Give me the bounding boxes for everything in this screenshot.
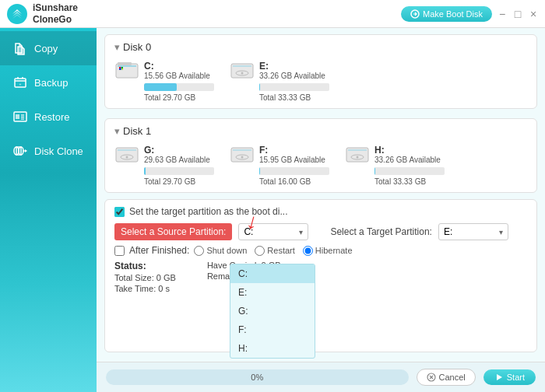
svg-rect-23 xyxy=(119,68,121,70)
svg-rect-22 xyxy=(121,67,123,68)
sidebar-disk-clone-label: Disk Clone xyxy=(34,145,83,157)
boot-icon xyxy=(410,9,420,19)
target-dropdown[interactable]: E: ▾ xyxy=(438,223,508,240)
sidebar-item-copy[interactable]: Copy xyxy=(0,31,97,65)
drive-e-available: 33.26 GB Available xyxy=(259,72,325,80)
source-partition-label: Select a Source Partition: xyxy=(114,223,232,240)
sidebar-copy-label: Copy xyxy=(34,43,58,54)
svg-rect-19 xyxy=(118,65,136,67)
drive-f: F: 15.95 GB Available Total 16.00 GB xyxy=(230,143,329,186)
drive-c: C: 15.56 GB Available Total 29.70 GB xyxy=(114,59,214,102)
status-section: Status: Total Size: 0 GB Take Time: 0 s … xyxy=(114,261,527,293)
sidebar-restore-label: Restore xyxy=(34,111,70,123)
svg-point-28 xyxy=(241,72,244,75)
drive-c-icon xyxy=(114,59,139,81)
status-title: Status: xyxy=(114,261,176,271)
disk1-section: ▾ Disk 1 G: 29.63 GB A xyxy=(104,118,537,193)
disk0-title: Disk 0 xyxy=(123,41,151,53)
drive-h-available: 33.26 GB Available xyxy=(374,156,441,164)
app-logo xyxy=(6,3,28,25)
source-target-row: ↓ Select a Source Partition: C: ▾ Select… xyxy=(114,223,527,240)
drive-c-top: C: 15.56 GB Available xyxy=(114,59,210,81)
drive-h-total: Total 33.33 GB xyxy=(374,177,426,186)
disk0-section: ▾ Disk 0 xyxy=(104,34,537,109)
drive-g-total: Total 29.70 GB xyxy=(144,177,195,186)
after-finished-checkbox[interactable] xyxy=(114,246,125,256)
svg-rect-8 xyxy=(16,114,19,119)
progress-text: 0% xyxy=(251,373,263,382)
boot-checkbox-label: Set the target partition as the boot di.… xyxy=(129,206,287,217)
drive-f-bar-fill xyxy=(259,167,260,175)
drive-e-bar-fill xyxy=(259,83,260,91)
svg-point-40 xyxy=(357,156,359,159)
dropdown-option-h[interactable]: H: xyxy=(230,339,315,358)
svg-rect-38 xyxy=(348,149,367,151)
boot-checkbox[interactable] xyxy=(114,207,125,217)
drive-c-bar-fill xyxy=(144,83,177,91)
svg-point-36 xyxy=(241,156,244,159)
dropdown-option-g[interactable]: G: xyxy=(230,302,315,320)
sidebar-item-restore[interactable]: Restore xyxy=(0,100,97,134)
drive-e-letter: E: xyxy=(259,61,325,72)
drive-h-letter: H: xyxy=(374,145,441,156)
svg-rect-30 xyxy=(118,149,136,151)
svg-rect-18 xyxy=(118,62,132,65)
drive-g-icon xyxy=(114,143,139,165)
drive-e-icon xyxy=(230,59,255,81)
drive-c-info: C: 15.56 GB Available xyxy=(144,61,210,80)
disk1-chevron: ▾ xyxy=(114,125,120,137)
cancel-icon xyxy=(427,373,436,382)
close-button[interactable]: × xyxy=(528,9,539,19)
dropdown-option-c[interactable]: C: xyxy=(230,264,315,283)
target-partition-label: Select a Target Partition: xyxy=(330,226,432,237)
total-size-label: Total Size: 0 GB xyxy=(114,273,176,282)
drive-g-bar-fill xyxy=(144,167,146,175)
source-dropdown-list: C: E: G: F: H: xyxy=(230,264,315,359)
copy-icon xyxy=(12,40,28,56)
drive-c-letter: C: xyxy=(144,61,210,72)
radio-options: Shut down Restart Hibernate xyxy=(194,246,352,256)
drive-e-top: E: 33.26 GB Available xyxy=(230,59,325,81)
minimize-button[interactable]: − xyxy=(497,9,508,19)
radio-hibernate[interactable]: Hibernate xyxy=(303,246,353,256)
sidebar-item-backup[interactable]: + Backup xyxy=(0,65,97,100)
cancel-button[interactable]: Cancel xyxy=(417,369,476,386)
sidebar-backup-label: Backup xyxy=(34,77,68,89)
sidebar: Copy + Backup xyxy=(0,28,97,392)
svg-point-32 xyxy=(126,156,128,159)
content-area: ▾ Disk 0 xyxy=(97,28,545,392)
drive-f-info: F: 15.95 GB Available xyxy=(259,145,325,164)
take-time-label: Take Time: 0 s xyxy=(114,284,176,293)
svg-rect-26 xyxy=(233,65,251,67)
drive-h-icon xyxy=(345,143,370,165)
drive-g-letter: G: xyxy=(144,145,210,156)
drive-g-top: G: 29.63 GB Available xyxy=(114,143,210,165)
start-button[interactable]: Start xyxy=(483,369,536,385)
drive-f-icon xyxy=(230,143,255,165)
sidebar-item-disk-clone[interactable]: Disk Clone xyxy=(0,134,97,168)
drive-f-bar xyxy=(259,167,329,175)
disk1-header: ▾ Disk 1 xyxy=(114,125,527,137)
make-boot-button[interactable]: Make Boot Disk xyxy=(401,6,492,22)
drive-g-available: 29.63 GB Available xyxy=(144,156,210,164)
boot-checkbox-row: Set the target partition as the boot di.… xyxy=(114,206,527,217)
drive-h-info: H: 33.26 GB Available xyxy=(374,145,441,164)
svg-marker-44 xyxy=(497,374,502,380)
dropdown-option-e[interactable]: E: xyxy=(230,283,315,302)
disk0-drives: C: 15.56 GB Available Total 29.70 GB xyxy=(114,59,527,102)
restore-icon xyxy=(12,109,28,124)
target-chevron-icon: ▾ xyxy=(499,228,503,236)
radio-restart[interactable]: Restart xyxy=(255,246,294,256)
disk1-drives: G: 29.63 GB Available Total 29.70 GB xyxy=(114,143,527,186)
dropdown-option-f[interactable]: F: xyxy=(230,320,315,339)
drive-c-bar xyxy=(144,83,214,91)
disk0-chevron: ▾ xyxy=(114,41,120,53)
drive-h-bar-fill xyxy=(374,167,375,175)
after-finished-label: After Finished: xyxy=(129,245,189,256)
svg-marker-16 xyxy=(25,149,27,152)
drive-g-info: G: 29.63 GB Available xyxy=(144,145,210,164)
maximize-button[interactable]: □ xyxy=(512,9,523,19)
radio-shutdown[interactable]: Shut down xyxy=(194,246,247,256)
disk-clone-icon xyxy=(12,143,28,159)
svg-rect-21 xyxy=(119,67,121,68)
